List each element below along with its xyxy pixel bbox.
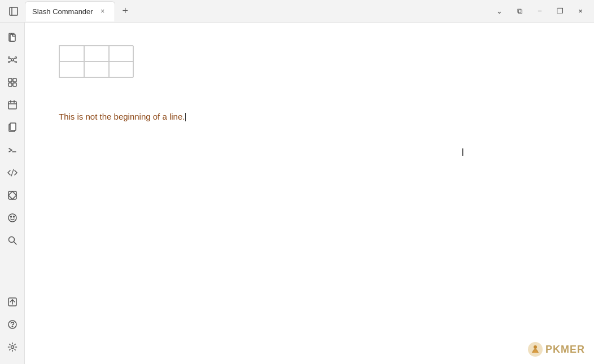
app-body: This is not the beginning of a line. I P…	[0, 23, 594, 364]
search-icon	[7, 235, 18, 245]
sidebar-item-widget[interactable]	[2, 185, 23, 205]
svg-point-34	[12, 326, 13, 327]
svg-line-10	[13, 58, 15, 59]
sidebar-item-settings[interactable]	[2, 337, 23, 357]
svg-line-9	[10, 58, 11, 59]
table-cell-2-1	[59, 62, 84, 77]
sidebar-item-pages[interactable]	[2, 117, 23, 138]
tab-area: Slash Commander × +	[25, 0, 490, 22]
table-cell-1-1	[59, 46, 84, 62]
svg-point-27	[10, 216, 11, 217]
settings-icon	[7, 342, 18, 352]
terminal-icon	[7, 145, 18, 155]
svg-rect-14	[13, 78, 16, 82]
help-icon	[7, 319, 18, 330]
publish-icon	[7, 297, 18, 307]
sidebar	[0, 23, 25, 364]
sidebar-item-graph[interactable]	[2, 50, 23, 70]
restore-button[interactable]: ❐	[551, 2, 569, 20]
sidebar-item-code[interactable]	[2, 163, 23, 183]
svg-rect-13	[8, 78, 12, 82]
tab-title: Slash Commander	[32, 7, 93, 16]
table-cell-2-2	[84, 62, 109, 77]
graph-icon	[7, 55, 18, 65]
pkmer-logo: PKMER	[527, 341, 585, 357]
svg-rect-0	[10, 7, 18, 15]
svg-rect-25	[8, 191, 16, 199]
svg-rect-15	[8, 83, 12, 86]
svg-rect-17	[8, 102, 16, 109]
content-text: This is not the beginning of a line.	[59, 112, 560, 121]
mouse-cursor-indicator: I	[461, 147, 464, 159]
sidebar-toggle-button[interactable]	[5, 2, 23, 20]
files-icon	[7, 32, 18, 42]
dropdown-button[interactable]: ⌄	[490, 2, 508, 20]
pkmer-text: PKMER	[545, 344, 585, 356]
table-cell-1-3	[109, 46, 134, 62]
content-area[interactable]: This is not the beginning of a line. I P…	[25, 23, 594, 364]
sidebar-item-emoji[interactable]	[2, 208, 23, 228]
table-cell-1-2	[84, 46, 109, 62]
sidebar-item-files[interactable]	[2, 27, 23, 47]
pages-icon	[7, 122, 18, 133]
sidebar-toggle-icon	[8, 6, 19, 16]
code-icon	[7, 168, 18, 178]
pkmer-icon	[527, 341, 543, 357]
tab-close-button[interactable]: ×	[98, 6, 108, 16]
sidebar-item-publish[interactable]	[2, 292, 23, 312]
title-bar: Slash Commander × + ⌄ ⧉ − ❐ ×	[0, 0, 594, 23]
tab-slash-commander[interactable]: Slash Commander ×	[25, 1, 115, 21]
svg-rect-16	[13, 83, 16, 86]
svg-line-24	[11, 169, 14, 176]
window-controls: ⌄ ⧉ − ❐ ×	[490, 2, 589, 20]
svg-point-35	[11, 346, 14, 349]
svg-line-11	[10, 61, 11, 62]
widget-icon	[7, 190, 18, 200]
text-cursor	[185, 113, 186, 121]
minimize-button[interactable]: −	[531, 2, 549, 20]
table-widget	[59, 45, 133, 78]
emoji-icon	[7, 213, 18, 223]
split-view-button[interactable]: ⧉	[510, 2, 529, 20]
tab-new-button[interactable]: +	[117, 3, 133, 19]
sidebar-item-help[interactable]	[2, 314, 23, 335]
svg-point-28	[13, 216, 14, 217]
svg-line-12	[13, 61, 15, 62]
content-text-value: This is not the beginning of a line.	[59, 112, 185, 121]
svg-point-26	[8, 214, 16, 222]
close-button[interactable]: ×	[571, 2, 589, 20]
sidebar-item-terminal[interactable]	[2, 140, 23, 160]
sidebar-item-calendar[interactable]	[2, 95, 23, 115]
svg-rect-22	[10, 123, 16, 130]
svg-point-37	[534, 345, 537, 349]
extensions-icon	[7, 77, 18, 87]
sidebar-item-search[interactable]	[2, 230, 23, 251]
svg-line-30	[14, 242, 16, 245]
table-cell-2-3	[109, 62, 134, 77]
sidebar-item-extensions[interactable]	[2, 72, 23, 93]
calendar-icon	[7, 100, 18, 110]
